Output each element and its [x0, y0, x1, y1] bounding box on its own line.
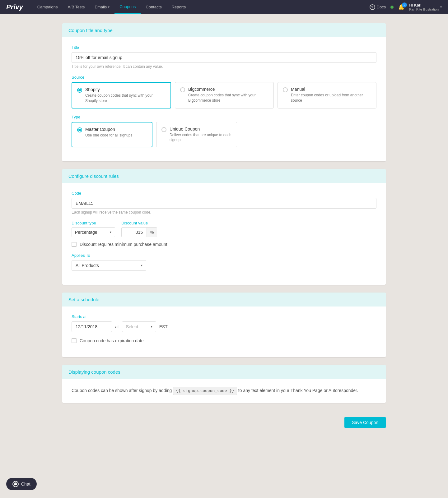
unique-title: Unique Coupon	[170, 127, 232, 131]
section4-body: Coupon codes can be shown after signup b…	[62, 379, 386, 403]
source-label: Source	[72, 75, 376, 80]
applies-to-wrapper: All Products Specific Collections Specif…	[72, 260, 146, 271]
schedule-section: Set a schedule Starts at at Select... 12…	[62, 293, 386, 357]
manual-title: Manual	[291, 87, 371, 92]
coupon-title-section: Coupon title and type Title Title is for…	[62, 23, 386, 161]
help-icon: ?	[370, 4, 375, 10]
display-text-after: to any text element in your Thank You Pa…	[238, 388, 358, 393]
nav-menu: Campaigns A/B Tests Emails ▾ Coupons Con…	[32, 0, 370, 14]
min-purchase-checkbox[interactable]	[72, 242, 77, 247]
shopify-desc: Create coupon codes that sync with your …	[85, 93, 166, 104]
section3-header: Set a schedule	[62, 293, 386, 307]
nav-contacts[interactable]: Contacts	[141, 0, 166, 14]
type-radio-group: Master Coupon Use one code for all signu…	[72, 122, 376, 148]
discount-type-value-row: Discount type Percentage Fixed Amount Fr…	[72, 221, 376, 237]
master-title: Master Coupon	[85, 127, 132, 132]
nav-reports[interactable]: Reports	[167, 0, 191, 14]
status-dot	[390, 6, 394, 9]
code-hint: Each signup will receive the same coupon…	[72, 210, 376, 214]
save-row: Save Coupon	[62, 411, 386, 437]
nav-emails[interactable]: Emails ▾	[90, 0, 114, 14]
time-select[interactable]: Select... 12:00 AM 6:00 AM 12:00 PM 6:00…	[122, 321, 156, 332]
code-label: Code	[72, 191, 376, 196]
start-date-input[interactable]	[72, 321, 112, 332]
notifications-bell[interactable]: 🔔 2	[398, 4, 404, 10]
bigcommerce-radio-dot	[180, 87, 185, 92]
user-name: Hi Karl	[409, 3, 439, 7]
expiration-label: Coupon code has expiration date	[80, 338, 143, 343]
type-label: Type	[72, 115, 376, 119]
source-radio-group: Shopify Create coupon codes that sync wi…	[72, 82, 376, 108]
source-bigcommerce[interactable]: Bigcommerce Create coupon codes that syn…	[175, 82, 274, 108]
discount-value-col: Discount value %	[121, 221, 157, 237]
page-content: Coupon title and type Title Title is for…	[0, 14, 448, 447]
applies-to-group: Applies To All Products Specific Collect…	[72, 253, 376, 271]
displaying-section: Displaying coupon codes Coupon codes can…	[62, 365, 386, 403]
coupon-code-variable: {{ signup.coupon_code }}	[173, 387, 237, 395]
bigcommerce-desc: Create coupon codes that sync with your …	[188, 93, 268, 103]
section3-body: Starts at at Select... 12:00 AM 6:00 AM …	[62, 307, 386, 357]
manual-radio-dot	[283, 87, 288, 92]
chat-widget[interactable]: 💬 Chat	[6, 478, 37, 490]
user-store: Karl Kite Illustration	[409, 7, 439, 11]
user-menu[interactable]: Hi Karl Karl Kite Illustration ▾	[409, 3, 442, 11]
expiration-checkbox[interactable]	[72, 338, 77, 343]
display-text-before: Coupon codes can be shown after signup b…	[72, 388, 172, 393]
source-group: Source Shopify Create coupon codes that …	[72, 75, 376, 108]
section4-header: Displaying coupon codes	[62, 365, 386, 379]
expiration-row: Coupon code has expiration date	[72, 338, 376, 343]
min-purchase-label: Discount requires minimum purchase amoun…	[80, 242, 167, 247]
discount-value-label: Discount value	[121, 221, 157, 225]
shopify-title: Shopify	[85, 87, 166, 92]
master-radio-dot	[77, 127, 82, 132]
discount-value-input[interactable]	[122, 228, 147, 237]
master-desc: Use one code for all signups	[85, 133, 132, 138]
discount-type-select[interactable]: Percentage Fixed Amount Free Shipping	[72, 227, 115, 237]
applies-to-label: Applies To	[72, 253, 376, 258]
section1-body: Title Title is for your own reference. I…	[62, 37, 386, 161]
docs-link[interactable]: ? Docs	[370, 4, 386, 10]
discount-suffix: %	[147, 228, 157, 237]
user-dropdown-arrow: ▾	[440, 5, 442, 9]
display-text: Coupon codes can be shown after signup b…	[72, 387, 376, 395]
applies-to-select[interactable]: All Products Specific Collections Specif…	[72, 260, 146, 271]
starts-at-row: at Select... 12:00 AM 6:00 AM 12:00 PM 6…	[72, 321, 376, 332]
title-label: Title	[72, 45, 376, 50]
section2-header: Configure discount rules	[62, 169, 386, 183]
time-select-wrapper: Select... 12:00 AM 6:00 AM 12:00 PM 6:00…	[122, 321, 156, 332]
emails-dropdown-arrow: ▾	[108, 5, 110, 9]
timezone-label: EST	[159, 324, 168, 329]
starts-at-group: Starts at at Select... 12:00 AM 6:00 AM …	[72, 314, 376, 332]
unique-radio-dot	[161, 127, 166, 132]
navbar: Privy Campaigns A/B Tests Emails ▾ Coupo…	[0, 0, 448, 14]
type-group: Type Master Coupon Use one code for all …	[72, 115, 376, 148]
type-unique[interactable]: Unique Coupon Deliver codes that are uni…	[156, 122, 237, 148]
code-group: Code Each signup will receive the same c…	[72, 191, 376, 214]
min-purchase-row: Discount requires minimum purchase amoun…	[72, 242, 376, 247]
code-input[interactable]	[72, 198, 376, 209]
section1-header: Coupon title and type	[62, 23, 386, 37]
title-group: Title Title is for your own reference. I…	[72, 45, 376, 69]
title-hint: Title is for your own reference. It can …	[72, 64, 376, 69]
discount-rules-section: Configure discount rules Code Each signu…	[62, 169, 386, 285]
logo[interactable]: Privy	[6, 3, 23, 11]
discount-type-wrapper: Percentage Fixed Amount Free Shipping	[72, 227, 115, 237]
discount-type-col: Discount type Percentage Fixed Amount Fr…	[72, 221, 115, 237]
navbar-right: ? Docs 🔔 2 Hi Karl Karl Kite Illustratio…	[370, 3, 442, 11]
source-shopify[interactable]: Shopify Create coupon codes that sync wi…	[72, 82, 171, 108]
unique-desc: Deliver codes that are unique to each si…	[170, 132, 232, 143]
type-master[interactable]: Master Coupon Use one code for all signu…	[72, 122, 152, 148]
nav-abtests[interactable]: A/B Tests	[63, 0, 90, 14]
nav-campaigns[interactable]: Campaigns	[32, 0, 63, 14]
chat-bubble-icon: 💬	[12, 481, 19, 487]
bigcommerce-title: Bigcommerce	[188, 87, 268, 92]
discount-value-group: %	[121, 227, 157, 237]
starts-at-label: Starts at	[72, 314, 376, 319]
section2-body: Code Each signup will receive the same c…	[62, 183, 386, 285]
manual-desc: Enter coupon codes or upload from anothe…	[291, 93, 371, 103]
source-manual[interactable]: Manual Enter coupon codes or upload from…	[278, 82, 376, 108]
title-input[interactable]	[72, 52, 376, 63]
save-coupon-button[interactable]: Save Coupon	[344, 417, 386, 428]
nav-coupons[interactable]: Coupons	[114, 0, 141, 14]
discount-type-label: Discount type	[72, 221, 115, 225]
